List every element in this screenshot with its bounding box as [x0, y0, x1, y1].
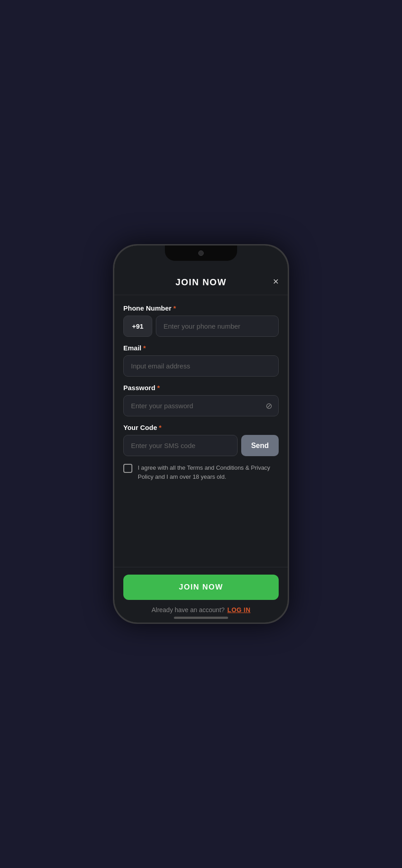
password-label: Password * — [123, 384, 279, 392]
phone-label: Phone Number * — [123, 304, 279, 312]
notch — [165, 245, 237, 261]
login-row: Already have an account? LOG IN — [123, 606, 279, 613]
password-wrapper: ⊘ — [123, 395, 279, 416]
phone-frame: JOIN NOW × Phone Number * +91 — [113, 244, 289, 624]
phone-required-star: * — [173, 304, 176, 312]
sms-code-input[interactable] — [123, 435, 238, 456]
modal-content: JOIN NOW × Phone Number * +91 — [114, 268, 288, 623]
sms-code-required-star: * — [159, 424, 162, 431]
password-field-group: Password * ⊘ — [123, 384, 279, 416]
close-button[interactable]: × — [273, 277, 279, 287]
terms-checkbox[interactable] — [123, 464, 132, 473]
sms-row: Send — [123, 435, 279, 456]
phone-input[interactable] — [156, 316, 279, 337]
terms-label: I agree with all the Terms and Condition… — [138, 463, 279, 481]
phone-field-group: Phone Number * +91 — [123, 304, 279, 337]
sms-code-field-group: Your Code * Send — [123, 424, 279, 456]
sms-code-label: Your Code * — [123, 424, 279, 431]
phone-input-row: +91 — [123, 316, 279, 337]
terms-row: I agree with all the Terms and Condition… — [123, 463, 279, 481]
email-label: Email * — [123, 344, 279, 352]
screen: JOIN NOW × Phone Number * +91 — [114, 245, 288, 623]
toggle-password-icon[interactable]: ⊘ — [266, 401, 272, 411]
camera-notch — [198, 250, 204, 256]
bottom-section: JOIN NOW Already have an account? LOG IN — [114, 575, 288, 623]
password-input[interactable] — [123, 395, 279, 416]
country-code-selector[interactable]: +91 — [123, 316, 152, 337]
form-body: Phone Number * +91 Email * — [114, 295, 288, 488]
password-required-star: * — [157, 384, 160, 392]
email-field-group: Email * — [123, 344, 279, 377]
already-account-text: Already have an account? — [151, 606, 224, 613]
join-now-button[interactable]: JOIN NOW — [123, 575, 279, 600]
email-required-star: * — [143, 344, 146, 352]
section-divider — [114, 567, 288, 567]
modal-title: JOIN NOW — [175, 277, 226, 288]
login-link[interactable]: LOG IN — [227, 606, 250, 613]
home-indicator — [174, 617, 228, 619]
email-input[interactable] — [123, 355, 279, 377]
modal-header: JOIN NOW × — [114, 268, 288, 295]
send-sms-button[interactable]: Send — [241, 435, 279, 456]
